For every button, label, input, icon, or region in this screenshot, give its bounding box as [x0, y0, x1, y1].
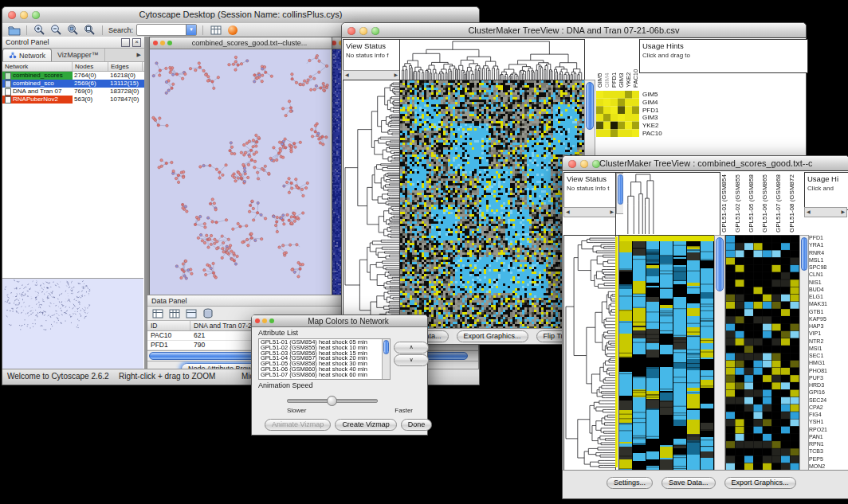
row-dendrogram[interactable] — [343, 80, 400, 330]
column-label[interactable]: GIM5 — [596, 40, 603, 88]
grid-icon[interactable] — [209, 24, 222, 36]
treeview-button[interactable]: Export Graphics... — [457, 330, 528, 342]
gene-label[interactable]: ELG1 — [809, 294, 846, 300]
network-row[interactable]: combined_sco 2569(6) 13112(15) — [2, 80, 144, 88]
chevron-down-icon[interactable]: ▾ — [186, 25, 196, 35]
dialog-button[interactable]: Animate Vizmap — [265, 419, 331, 431]
vscroll-thumb[interactable] — [586, 82, 594, 130]
scroll-right-icon[interactable]: ▶ — [392, 72, 399, 79]
column-dendrogram[interactable] — [399, 39, 585, 80]
treeview-button[interactable]: Export Graphics... — [724, 477, 796, 489]
gene-label[interactable]: VIP1 — [809, 330, 846, 337]
zoom-in-icon[interactable] — [33, 24, 46, 36]
speed-slider-thumb[interactable] — [327, 396, 337, 406]
network-row[interactable]: DNA and Tran 07 769(0) 183728(0) — [2, 88, 144, 96]
network-row[interactable]: RNAPuberNov2 563(0) 107847(0) — [2, 96, 144, 104]
gene-label[interactable]: MSL1 — [809, 257, 846, 264]
zoom-selected-icon[interactable] — [66, 24, 80, 36]
usage-hscrollbar[interactable]: ◀ ▶ — [804, 207, 847, 217]
row-label[interactable]: GIM4 — [642, 99, 674, 106]
vscroll-thumb[interactable] — [716, 237, 724, 291]
gene-label[interactable]: BUD4 — [809, 287, 846, 293]
heatmap-zoom[interactable] — [596, 91, 639, 137]
scroll-left-icon[interactable]: ◀ — [805, 209, 812, 216]
gene-label[interactable]: SPC98 — [809, 264, 846, 271]
gene-label[interactable]: NIS1 — [809, 279, 846, 286]
heatmap-zoom[interactable] — [725, 235, 800, 471]
gene-label[interactable]: RPO21 — [809, 427, 846, 433]
attribute-item[interactable]: GPL51-07 (GSM866) heat shock 60 min — [261, 373, 390, 378]
column-label[interactable]: GIM4 — [603, 40, 610, 88]
network-view-canvas[interactable] — [150, 49, 330, 295]
gene-label[interactable]: SEC24 — [809, 397, 846, 404]
gene-label[interactable]: MON2 — [809, 463, 846, 470]
gene-label[interactable]: HRD3 — [809, 382, 846, 389]
gene-label[interactable]: PFD1 — [809, 235, 846, 241]
gene-label[interactable]: NTR2 — [809, 338, 846, 345]
network-row[interactable]: combined_scores 2764(0) 16218(0) — [2, 72, 144, 80]
vscroll-thumb[interactable] — [618, 174, 623, 205]
tab-network[interactable]: Network — [2, 49, 52, 61]
tab-overflow-icon[interactable]: ▶ — [134, 49, 144, 61]
gene-label[interactable]: PAN1 — [809, 434, 846, 440]
column-dendrogram[interactable] — [623, 173, 719, 234]
gene-label[interactable]: TCB3 — [809, 448, 846, 455]
attribute-select-icon[interactable] — [151, 307, 164, 319]
gene-label[interactable]: RNR4 — [809, 250, 846, 256]
dialog-button[interactable]: Create Vizmap — [335, 419, 396, 431]
minimize-button[interactable] — [262, 318, 267, 323]
gene-label[interactable]: PUF3 — [809, 375, 846, 381]
column-label[interactable]: PFD1 — [610, 40, 618, 88]
row-label[interactable]: YKE2 — [642, 122, 674, 129]
heatmap-global[interactable] — [399, 80, 585, 330]
gene-label[interactable]: MAK31 — [809, 301, 846, 307]
minimize-button[interactable] — [160, 41, 165, 45]
column-label[interactable]: GPL51-06 (GSM865 — [760, 172, 770, 232]
column-label[interactable]: YKE2 — [625, 40, 632, 88]
close-button[interactable] — [347, 27, 355, 35]
close-button[interactable] — [568, 160, 576, 168]
treeview2-titlebar[interactable]: ClusterMaker TreeView : combined_scores_… — [563, 156, 848, 171]
network-view-1-titlebar[interactable]: combined_scores_good.txt--cluste... — [150, 37, 332, 49]
column-label[interactable]: GPL51-05 (GSM858 — [746, 172, 756, 232]
minimize-button[interactable] — [20, 11, 28, 19]
gene-label[interactable]: GPI16 — [809, 389, 846, 396]
column-label[interactable]: GPL51-02 (GSM855 — [732, 172, 743, 232]
zoom-out-icon[interactable] — [49, 24, 63, 36]
gene-label[interactable]: HMG1 — [809, 360, 846, 366]
dialog-titlebar[interactable]: Map Colors to Network — [252, 315, 427, 327]
row-label[interactable]: PFD1 — [642, 107, 674, 114]
gene-label[interactable]: MSI1 — [809, 346, 846, 352]
vscroll-thumb[interactable] — [801, 237, 807, 271]
treeview-button[interactable]: Save Data... — [662, 477, 716, 489]
open-folder-icon[interactable] — [7, 24, 21, 36]
column-label[interactable]: GPL51-01 (GSM854 — [719, 172, 729, 232]
column-label[interactable]: GPL51-07 (GSM868 — [773, 172, 783, 232]
gene-label[interactable]: YSH1 — [809, 419, 846, 425]
treeview-button[interactable]: Settings... — [607, 477, 653, 489]
gene-label[interactable]: KAP95 — [809, 316, 846, 322]
gene-label[interactable]: PEP5 — [809, 456, 846, 463]
column-label[interactable]: GIM3 — [618, 40, 625, 88]
gene-label[interactable]: CLN1 — [809, 272, 846, 278]
scroll-left-icon[interactable]: ◀ — [344, 72, 351, 79]
gene-label[interactable]: YRA1 — [809, 242, 846, 248]
heatmap-global[interactable] — [618, 235, 715, 471]
scroll-right-icon[interactable]: ▶ — [839, 209, 846, 216]
move-up-button[interactable]: ∧ — [394, 342, 429, 354]
cytoscape-titlebar[interactable]: Cytoscape Desktop (Session Name: collins… — [2, 7, 479, 24]
close-button[interactable] — [153, 41, 158, 45]
gene-label[interactable]: SEC1 — [809, 353, 846, 359]
search-input[interactable] — [137, 25, 186, 35]
gene-label[interactable]: CPA2 — [809, 404, 846, 411]
move-down-button[interactable]: ∨ — [394, 354, 429, 366]
gene-label[interactable]: PHO81 — [809, 368, 846, 374]
gene-label[interactable]: RPN1 — [809, 441, 846, 447]
scroll-left-icon[interactable]: ◀ — [564, 209, 571, 216]
scroll-right-icon[interactable]: ▶ — [608, 209, 615, 216]
close-button[interactable] — [255, 318, 260, 323]
minimize-button[interactable] — [359, 27, 367, 35]
close-button[interactable] — [8, 11, 16, 19]
treeview1-titlebar[interactable]: ClusterMaker TreeView : DNA and Tran 07-… — [342, 23, 806, 38]
search-combobox[interactable]: ▾ — [136, 24, 197, 36]
